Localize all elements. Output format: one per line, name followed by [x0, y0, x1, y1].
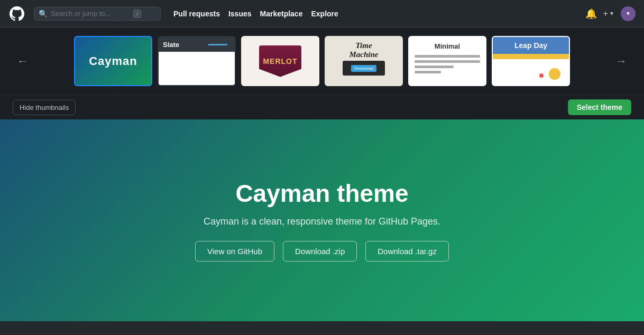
- leapday-header: Leap Day: [493, 37, 569, 54]
- select-theme-button[interactable]: Select theme: [568, 99, 631, 115]
- theme-card-leapday[interactable]: Leap Day: [492, 36, 570, 86]
- github-logo-icon[interactable]: [8, 5, 25, 22]
- new-dropdown[interactable]: + ▼: [603, 9, 614, 18]
- slate-blue-bar: [208, 44, 227, 45]
- hero-description: Cayman is a clean, responsive theme for …: [204, 216, 440, 227]
- issues-link[interactable]: Issues: [228, 10, 252, 18]
- download-targz-button[interactable]: Download .tar.gz: [365, 241, 449, 262]
- theme-card-timemachine[interactable]: TimeMachine Download: [325, 36, 403, 86]
- search-input[interactable]: [51, 10, 130, 17]
- theme-card-slate[interactable]: Slate: [158, 36, 236, 86]
- leapday-circle: [549, 68, 560, 80]
- leapday-label: Leap Day: [514, 41, 547, 50]
- pull-requests-link[interactable]: Pull requests: [173, 10, 220, 18]
- minimal-line-3: [415, 66, 454, 68]
- theme-card-cayman[interactable]: Cayman: [74, 36, 152, 86]
- slate-title: Slate: [163, 41, 179, 49]
- themes-row: Cayman Slate Merlot TimeMachine Download: [33, 36, 611, 86]
- hero-title: Cayman theme: [235, 179, 408, 208]
- merlot-badge: Merlot: [259, 45, 301, 77]
- nav-right: 🔔 + ▼ ▼: [585, 6, 636, 21]
- merlot-label: Merlot: [263, 57, 297, 66]
- explore-link[interactable]: Explore: [311, 10, 338, 18]
- search-box[interactable]: 🔍 /: [34, 7, 161, 21]
- timemachine-btn: Download: [351, 65, 376, 72]
- view-on-github-button[interactable]: View on GitHub: [195, 241, 274, 262]
- theme-card-minimal[interactable]: Minimal: [408, 36, 486, 86]
- prev-arrow-button[interactable]: ←: [13, 54, 33, 68]
- marketplace-link[interactable]: Marketplace: [260, 10, 303, 18]
- theme-picker: ← Cayman Slate Merlot TimeMachine D: [0, 27, 644, 95]
- leapday-body: [493, 54, 569, 85]
- hero-section: Cayman theme Cayman is a clean, responsi…: [0, 119, 644, 321]
- download-zip-button[interactable]: Download .zip: [283, 241, 357, 262]
- navbar: 🔍 / Pull requests Issues Marketplace Exp…: [0, 0, 644, 27]
- cayman-label: Cayman: [89, 54, 137, 68]
- timemachine-title: TimeMachine: [349, 41, 378, 59]
- search-icon: 🔍: [39, 10, 48, 18]
- hide-thumbnails-button[interactable]: Hide thumbnails: [13, 100, 76, 115]
- minimal-line-4: [415, 71, 441, 73]
- hero-buttons: View on GitHub Download .zip Download .t…: [195, 241, 449, 262]
- search-kbd: /: [133, 10, 141, 18]
- minimal-line-2: [415, 60, 480, 63]
- next-arrow-button[interactable]: →: [611, 54, 631, 68]
- leapday-dot: [539, 73, 544, 78]
- nav-links: Pull requests Issues Marketplace Explore: [173, 10, 338, 18]
- leapday-yellow-bar: [493, 54, 569, 59]
- bell-icon[interactable]: 🔔: [585, 8, 597, 20]
- minimal-label: Minimal: [415, 42, 480, 50]
- timemachine-machine: Download: [343, 61, 385, 76]
- slate-header: Slate: [159, 37, 235, 52]
- picker-toolbar: Hide thumbnails Select theme: [0, 95, 644, 119]
- slate-body: [159, 52, 235, 85]
- minimal-line-1: [415, 55, 480, 58]
- theme-card-merlot[interactable]: Merlot: [241, 36, 319, 86]
- avatar[interactable]: ▼: [621, 6, 636, 21]
